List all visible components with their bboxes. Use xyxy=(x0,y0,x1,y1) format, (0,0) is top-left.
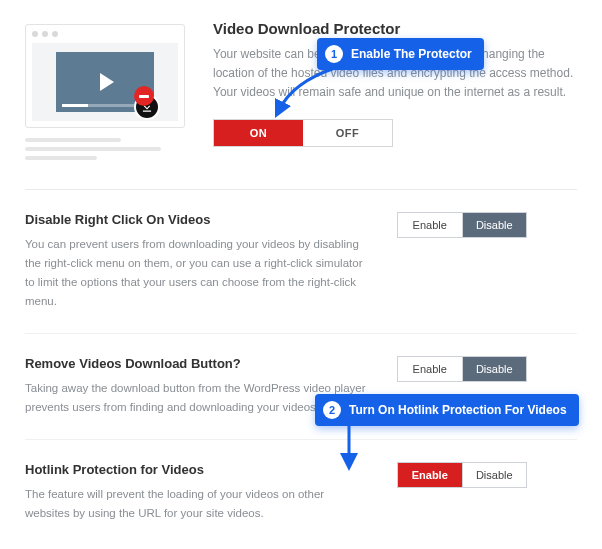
callout-number: 2 xyxy=(323,401,341,419)
hero-section: Video Download Protector Your website ca… xyxy=(25,20,577,190)
hero-title: Video Download Protector xyxy=(213,20,577,37)
section-title: Hotlink Protection for Videos xyxy=(25,462,367,477)
disable-button[interactable]: Disable xyxy=(463,463,527,487)
section-right-click: Disable Right Click On Videos You can pr… xyxy=(25,190,577,334)
arrow-icon xyxy=(337,422,377,472)
callout-text: Enable The Protector xyxy=(351,47,472,61)
hotlink-toggle: Enable Disable xyxy=(397,462,527,488)
callout-text: Turn On Hotlink Protection For Videos xyxy=(349,403,567,417)
illustration xyxy=(25,20,185,165)
section-title: Remove Videos Download Button? xyxy=(25,356,367,371)
section-title: Disable Right Click On Videos xyxy=(25,212,367,227)
play-icon xyxy=(100,73,114,91)
browser-mock xyxy=(25,24,185,128)
video-thumb xyxy=(56,52,154,112)
disable-button[interactable]: Disable xyxy=(463,357,527,381)
enable-button[interactable]: Enable xyxy=(398,213,463,237)
right-click-toggle: Enable Disable xyxy=(397,212,527,238)
enable-button[interactable]: Enable xyxy=(398,463,463,487)
callout-number: 1 xyxy=(325,45,343,63)
section-description: You can prevent users from downloading y… xyxy=(25,235,367,311)
callout-enable-protector: 1 Enable The Protector xyxy=(317,38,484,70)
section-description: The feature will prevent the loading of … xyxy=(25,485,367,523)
arrow-icon xyxy=(273,64,353,124)
illustration-text-lines xyxy=(25,138,185,160)
enable-button[interactable]: Enable xyxy=(398,357,463,381)
callout-hotlink: 2 Turn On Hotlink Protection For Videos xyxy=(315,394,579,426)
hero-content: Video Download Protector Your website ca… xyxy=(213,20,577,165)
download-button-toggle: Enable Disable xyxy=(397,356,527,382)
section-download-button: Remove Videos Download Button? Taking aw… xyxy=(25,334,577,440)
section-hotlink: Hotlink Protection for Videos The featur… xyxy=(25,440,577,545)
block-icon xyxy=(134,86,154,106)
disable-button[interactable]: Disable xyxy=(463,213,527,237)
